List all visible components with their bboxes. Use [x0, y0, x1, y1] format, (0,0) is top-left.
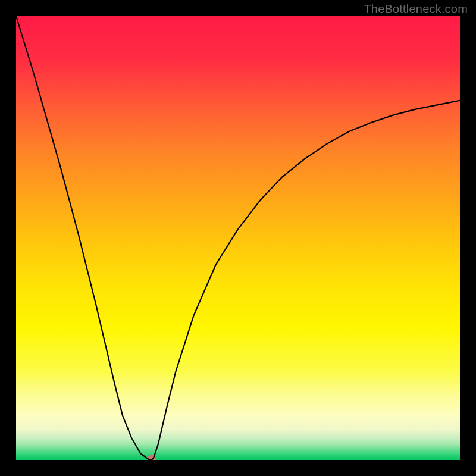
plot-area: [16, 16, 460, 460]
curve-layer: [16, 16, 460, 460]
bottleneck-curve: [16, 16, 460, 460]
watermark-text: TheBottleneck.com: [364, 2, 468, 16]
chart-frame: TheBottleneck.com: [0, 0, 476, 476]
